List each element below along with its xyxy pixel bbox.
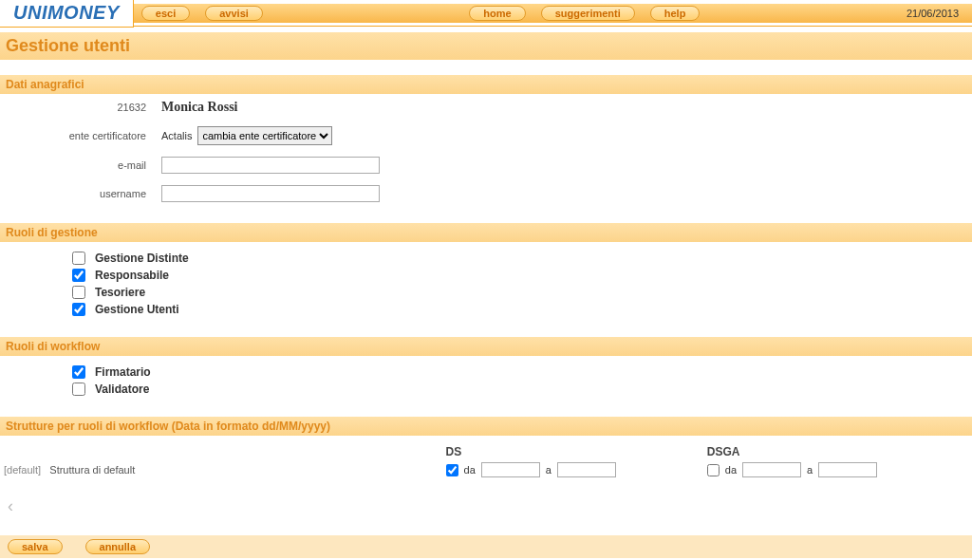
gestione-distinte-checkbox[interactable]	[72, 252, 85, 265]
firmatario-checkbox[interactable]	[72, 365, 85, 379]
list-item: Validatore	[72, 381, 972, 398]
list-item: Firmatario	[72, 364, 972, 381]
nav-strip: esci avvisi home suggerimenti help 21/06…	[134, 4, 972, 23]
brand-logo: UNIMONEY	[0, 0, 134, 28]
strutture-table: DS DSGA [default] Struttura di default d…	[0, 436, 972, 481]
tesoriere-checkbox[interactable]	[72, 286, 85, 299]
firmatario-label: Firmatario	[95, 365, 151, 379]
responsabile-label: Responsabile	[95, 269, 169, 282]
col-dsga-header: DSGA	[707, 445, 968, 458]
section-ruoli-gestione: Ruoli di gestione	[0, 223, 972, 242]
tesoriere-label: Tesoriere	[95, 286, 145, 299]
user-full-name: Monica Rossi	[161, 100, 238, 115]
section-ruoli-workflow: Ruoli di workflow	[0, 337, 972, 356]
home-button[interactable]: home	[469, 6, 525, 21]
default-tag: [default]	[4, 464, 41, 476]
ente-value: Actalis	[161, 130, 192, 141]
user-id-label: 21632	[0, 102, 161, 113]
section-strutture: Strutture per ruoli di workflow (Data in…	[0, 417, 972, 436]
avvisi-button[interactable]: avvisi	[205, 6, 263, 21]
email-label: e-mail	[0, 159, 161, 171]
ds-da-label: da	[464, 464, 476, 476]
ds-da-input[interactable]	[481, 462, 540, 477]
strutture-header: DS DSGA	[4, 445, 968, 458]
topbar: UNIMONEY esci avvisi home suggerimenti h…	[0, 0, 972, 27]
gestione-utenti-label: Gestione Utenti	[95, 303, 179, 316]
username-label: username	[0, 188, 161, 199]
gestione-distinte-label: Gestione Distinte	[95, 252, 189, 265]
email-input[interactable]	[161, 157, 380, 174]
ds-a-label: a	[546, 464, 551, 476]
gestione-utenti-checkbox[interactable]	[72, 303, 85, 316]
ente-change-select[interactable]: cambia ente certificatore	[197, 126, 332, 145]
list-item: Gestione Distinte	[72, 250, 972, 267]
dsga-da-label: da	[725, 464, 737, 476]
username-input[interactable]	[161, 185, 380, 202]
suggerimenti-button[interactable]: suggerimenti	[541, 6, 635, 21]
salva-button[interactable]: salva	[8, 539, 63, 554]
dsga-da-input[interactable]	[742, 462, 801, 477]
validatore-label: Validatore	[95, 383, 149, 396]
ente-label: ente certificatore	[0, 130, 161, 141]
current-date: 21/06/2013	[907, 8, 964, 19]
esci-button[interactable]: esci	[141, 6, 190, 21]
ruoli-workflow-list: Firmatario Validatore	[0, 356, 972, 401]
footer-bar: salva annulla	[0, 535, 972, 558]
dsga-a-input[interactable]	[818, 462, 877, 477]
ds-a-input[interactable]	[557, 462, 616, 477]
help-button[interactable]: help	[650, 6, 701, 21]
ruoli-gestione-list: Gestione Distinte Responsabile Tesoriere…	[0, 242, 972, 322]
validatore-checkbox[interactable]	[72, 383, 85, 396]
ds-checkbox[interactable]	[446, 464, 458, 476]
responsabile-checkbox[interactable]	[72, 269, 85, 282]
scroll-left-icon[interactable]: ‹	[0, 495, 972, 518]
annulla-button[interactable]: annulla	[85, 539, 151, 554]
struttura-name: Struttura di default	[49, 464, 135, 476]
list-item: Tesoriere	[72, 284, 972, 301]
section-anagrafica: Dati anagrafici	[0, 75, 972, 94]
dsga-a-label: a	[807, 464, 813, 476]
list-item: Gestione Utenti	[72, 301, 972, 318]
dsga-checkbox[interactable]	[707, 464, 720, 476]
table-row: [default] Struttura di default da a da a	[4, 462, 968, 477]
col-ds-header: DS	[446, 445, 707, 458]
list-item: Responsabile	[72, 267, 972, 284]
page-title: Gestione utenti	[0, 32, 972, 60]
